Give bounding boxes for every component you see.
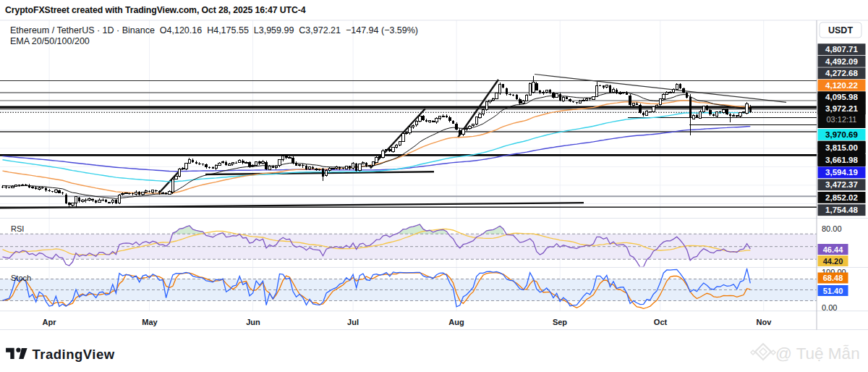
svg-text:Sep: Sep xyxy=(553,318,567,326)
svg-text:3,594.19: 3,594.19 xyxy=(825,168,858,177)
svg-text:CryptoFXStreet created with Tr: CryptoFXStreet created with TradingView.… xyxy=(5,5,306,15)
svg-text:EMA 20/50/100/200: EMA 20/50/100/200 xyxy=(10,36,90,46)
svg-text:Nov: Nov xyxy=(757,318,773,326)
svg-text:44.20: 44.20 xyxy=(823,257,843,266)
svg-text:Aug: Aug xyxy=(448,318,464,326)
svg-text:Apr: Apr xyxy=(43,318,57,326)
svg-text:4,272.68: 4,272.68 xyxy=(825,69,858,77)
svg-text:1,754.48: 1,754.48 xyxy=(825,206,858,214)
svg-text:@ Tuệ Mẫn: @ Tuệ Mẫn xyxy=(775,344,860,363)
svg-text:Stoch: Stoch xyxy=(11,274,31,282)
svg-text:3,661.98: 3,661.98 xyxy=(825,156,858,164)
svg-text:Jul: Jul xyxy=(347,318,359,326)
svg-text:80.00: 80.00 xyxy=(822,224,842,233)
svg-text:2,852.02: 2,852.02 xyxy=(825,193,858,202)
svg-text:4,095.98: 4,095.98 xyxy=(825,93,858,101)
svg-text:RSI: RSI xyxy=(11,224,24,233)
svg-text:Oct: Oct xyxy=(654,318,668,326)
svg-text:3,972.21: 3,972.21 xyxy=(825,104,858,113)
svg-text:0.00: 0.00 xyxy=(822,303,837,312)
svg-text:TradingView: TradingView xyxy=(33,347,115,362)
svg-text:03:12:11: 03:12:11 xyxy=(826,115,856,124)
svg-text:3,472.37: 3,472.37 xyxy=(825,180,858,189)
svg-text:46.44: 46.44 xyxy=(823,245,843,254)
svg-text:68.48: 68.48 xyxy=(823,274,843,282)
svg-text:3,815.00: 3,815.00 xyxy=(825,143,858,152)
svg-text:51.40: 51.40 xyxy=(823,287,843,295)
svg-text:3,970.69: 3,970.69 xyxy=(825,130,858,139)
svg-text:Jun: Jun xyxy=(246,318,260,326)
svg-text:USDT: USDT xyxy=(828,25,853,35)
svg-text:4,492.09: 4,492.09 xyxy=(825,57,858,66)
svg-text:4,807.71: 4,807.71 xyxy=(825,45,858,54)
svg-text:4,120.22: 4,120.22 xyxy=(825,81,858,90)
svg-text:Ethereum / TetherUS · 1D · Bin: Ethereum / TetherUS · 1D · Binance O4,12… xyxy=(10,25,418,35)
svg-text:May: May xyxy=(142,318,158,326)
